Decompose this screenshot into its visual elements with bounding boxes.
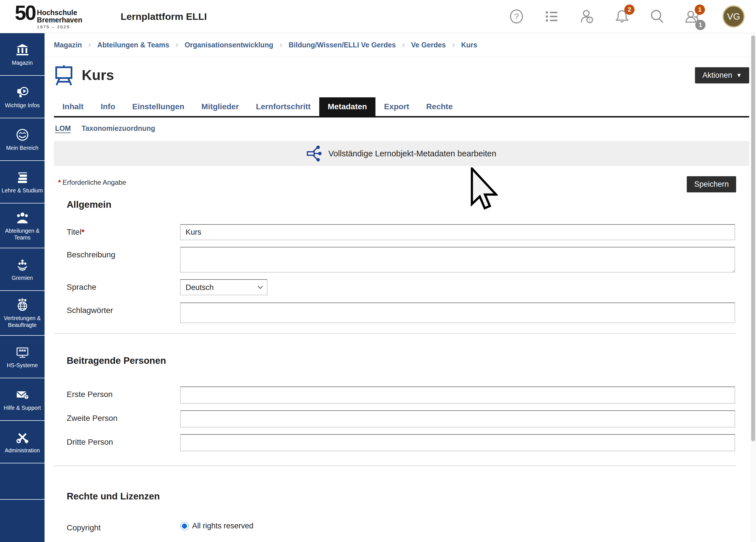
section-title-beitragende: Beitragende Personen: [67, 355, 749, 366]
field-label-beschreibung: Beschreibung: [67, 247, 180, 274]
section-divider: [54, 333, 736, 334]
contacts-icon[interactable]: 1 1: [684, 9, 700, 24]
field-label-copyright: Copyright: [67, 520, 180, 532]
svg-text:?: ?: [25, 395, 28, 399]
tab-einstellungen[interactable]: Einstellungen: [124, 97, 193, 116]
mail-question-icon: ?: [16, 388, 29, 402]
logo-line1: Hochschule: [37, 9, 82, 16]
titel-input[interactable]: [180, 224, 735, 240]
tab-inhalt[interactable]: Inhalt: [54, 97, 92, 116]
tab-bar: Inhalt Info Einstellungen Mitglieder Ler…: [54, 97, 749, 117]
contacts-badge-total: 1: [695, 20, 705, 30]
required-note: *Erforderliche Angabe: [58, 176, 126, 186]
field-label-erste-person: Erste Person: [67, 386, 180, 404]
subtab-lom[interactable]: LOM: [55, 124, 71, 133]
megaphone-icon: [16, 85, 29, 99]
tab-info[interactable]: Info: [92, 97, 124, 116]
erste-person-input[interactable]: [180, 386, 735, 404]
sidebar-item-gremien[interactable]: Gremien: [0, 248, 45, 291]
app-title: Lernplattform ELLI: [121, 11, 207, 22]
sidebar-item-administration[interactable]: Administration: [0, 421, 45, 463]
university-logo[interactable]: 50 Hochschule Bremerhaven 1975 – 2025: [15, 4, 82, 29]
tab-lernfortschritt[interactable]: Lernfortschritt: [247, 97, 319, 116]
sidebar-item-wichtige-infos[interactable]: Wichtige Infos: [0, 76, 45, 118]
schlagwoerter-input[interactable]: [180, 302, 735, 323]
breadcrumb-item[interactable]: Organisationsentwicklung: [184, 41, 273, 49]
sprache-select[interactable]: Deutsch: [180, 279, 267, 295]
section-divider: [54, 465, 736, 466]
svg-text:***: ***: [19, 348, 26, 355]
page-title: Kurs: [82, 67, 114, 83]
save-button[interactable]: Speichern: [687, 176, 736, 192]
sidebar-empty-slot: [0, 463, 45, 500]
people-group-icon: [16, 211, 29, 224]
zweite-person-input[interactable]: [180, 410, 735, 427]
tab-mitglieder[interactable]: Mitglieder: [193, 97, 247, 116]
actions-button[interactable]: Aktionen ▼: [695, 67, 749, 83]
breadcrumb: Magazin › Abteilungen & Teams › Organisa…: [45, 33, 750, 57]
globe-people-icon: [16, 298, 29, 312]
sidebar-item-hilfe-support[interactable]: ? Hilfe & Support: [0, 378, 45, 421]
tab-metadaten[interactable]: Metadaten: [319, 97, 375, 116]
contacts-badge-new: 1: [695, 5, 705, 15]
breadcrumb-item[interactable]: Magazin: [54, 41, 82, 49]
breadcrumb-item[interactable]: Bildung/Wissen/ELLI Ve Gerdes: [289, 41, 396, 49]
sidebar-item-vertretungen[interactable]: Vertretungen & Beauftragte: [0, 291, 45, 336]
edit-full-metadata-label: Vollständige Lernobjekt-Metadaten bearbe…: [328, 149, 496, 158]
edit-full-metadata-button[interactable]: Vollständige Lernobjekt-Metadaten bearbe…: [54, 141, 749, 166]
caret-down-icon: ▼: [736, 72, 742, 78]
bell-badge: 2: [624, 5, 635, 15]
course-easel-icon: [54, 64, 74, 86]
sidebar-item-lehre-studium[interactable]: Lehre & Studium: [0, 161, 45, 203]
field-label-zweite-person: Zweite Person: [67, 410, 180, 427]
copyright-radio-all-rights-reserved[interactable]: [180, 522, 189, 530]
breadcrumb-item[interactable]: Abteilungen & Teams: [97, 41, 169, 49]
top-header: 50 Hochschule Bremerhaven 1975 – 2025 Le…: [0, 0, 756, 33]
tab-export[interactable]: Export: [375, 97, 418, 116]
monitor-icon: ***: [16, 345, 29, 359]
sidebar-item-mein-bereich[interactable]: Mein Bereich: [0, 118, 45, 161]
tools-icon: [16, 430, 29, 444]
tab-rechte[interactable]: Rechte: [418, 97, 461, 116]
logo-years: 1975 – 2025: [37, 24, 82, 29]
main-content: Magazin › Abteilungen & Teams › Organisa…: [45, 33, 750, 542]
sidebar-item-hs-systeme[interactable]: *** HS-Systeme: [0, 336, 45, 378]
breadcrumb-separator: ›: [280, 40, 282, 51]
breadcrumb-separator: ›: [175, 40, 178, 51]
breadcrumb-separator: ›: [452, 40, 455, 51]
subtab-taxonomiezuordnung[interactable]: Taxonomiezuordnung: [82, 124, 155, 133]
notifications-bell-icon[interactable]: 2: [614, 9, 630, 24]
bank-icon: [16, 43, 29, 56]
committee-icon: [16, 258, 29, 272]
user-status-icon[interactable]: !: [579, 9, 595, 24]
main-sidebar: Magazin Wichtige Infos Mein Bereich Lehr…: [0, 33, 45, 542]
scrollbar-thumb[interactable]: [751, 35, 755, 441]
logo-50-mark: 50: [15, 4, 35, 22]
breadcrumb-separator: ›: [88, 40, 91, 51]
beschreibung-textarea[interactable]: [180, 247, 735, 272]
todo-list-icon[interactable]: [544, 9, 560, 24]
books-icon: [16, 171, 29, 184]
section-title-allgemein: Allgemein: [67, 199, 749, 210]
section-title-rechte: Rechte und Lizenzen: [67, 491, 749, 502]
svg-text:?: ?: [514, 12, 519, 21]
logo-line2: Bremerhaven: [37, 16, 82, 24]
sidebar-item-abteilungen-teams[interactable]: Abteilungen & Teams: [0, 203, 45, 248]
copyright-option-label: All rights reserved: [192, 522, 253, 530]
avatar[interactable]: VG: [723, 5, 745, 28]
sidebar-item-magazin[interactable]: Magazin: [0, 33, 45, 76]
vertical-scrollbar[interactable]: [750, 33, 756, 542]
help-icon[interactable]: ?: [509, 9, 524, 24]
field-label-titel: Titel*: [67, 224, 180, 240]
dritte-person-input[interactable]: [180, 434, 735, 451]
breadcrumb-separator: ›: [402, 40, 405, 51]
field-label-schlagwoerter: Schlagwörter: [67, 302, 180, 323]
breadcrumb-item[interactable]: Ve Gerdes: [411, 41, 446, 49]
breadcrumb-item[interactable]: Kurs: [461, 41, 477, 49]
share-network-icon: [307, 146, 322, 161]
smiley-icon: [16, 128, 29, 142]
subtab-bar: LOM Taxonomiezuordnung: [54, 124, 749, 133]
field-label-sprache: Sprache: [67, 279, 180, 295]
field-label-dritte-person: Dritte Person: [67, 434, 180, 451]
search-icon[interactable]: [649, 9, 665, 24]
